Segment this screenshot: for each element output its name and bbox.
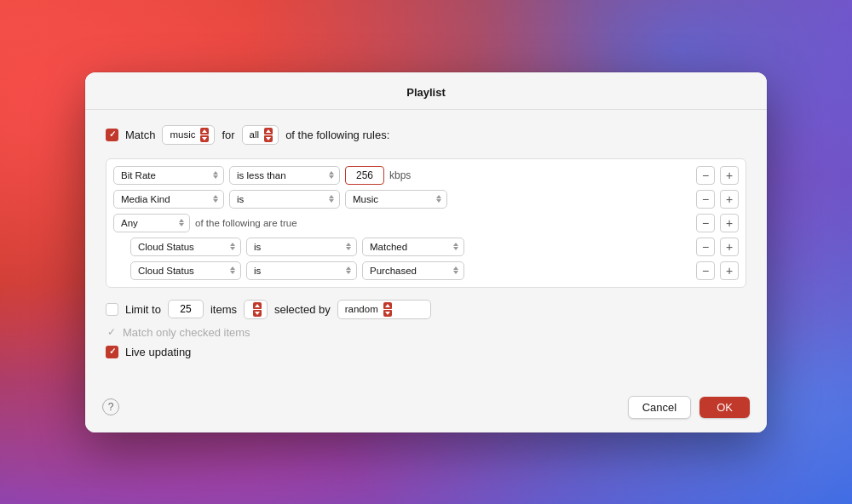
help-btn-text: ? (108, 401, 114, 413)
any-field-select[interactable]: Any (113, 214, 190, 232)
bitrate-value-text: 256 (356, 169, 373, 181)
match-label: Match (125, 129, 155, 141)
random-down-arrow (383, 310, 392, 317)
all-up-arrow (264, 128, 273, 135)
all-down-arrow (264, 135, 273, 142)
purchased-minus-button[interactable]: − (696, 261, 715, 280)
mediakind-condition-select[interactable]: is (229, 190, 340, 209)
options-area: Limit to 25 items (106, 300, 746, 358)
for-label: for (222, 129, 234, 141)
match-checked-checkmark-icon: ✓ (107, 326, 116, 338)
items-up-arrow (253, 302, 262, 309)
music-stepper-arrows (200, 128, 209, 142)
live-updating-checkbox[interactable]: ✓ (106, 346, 118, 358)
limit-value-input[interactable]: 25 (168, 300, 204, 318)
bitrate-field-select[interactable]: Bit Rate (113, 166, 224, 185)
any-plus-button[interactable]: + (720, 214, 739, 232)
items-down-arrow (253, 310, 262, 317)
matched-condition-select[interactable]: is (246, 238, 357, 256)
bitrate-value-input[interactable]: 256 (345, 166, 384, 185)
all-select[interactable]: all (242, 125, 279, 145)
all-stepper-arrows (264, 128, 273, 142)
random-up-arrow (383, 302, 392, 309)
mediakind-chevron-icon (213, 195, 218, 203)
svg-marker-0 (202, 129, 207, 133)
mediakind-value-chevron-icon (436, 195, 441, 203)
bitrate-unit-label: kbps (389, 169, 419, 181)
cancel-btn-text: Cancel (642, 401, 676, 414)
match-checkbox[interactable]: ✓ (106, 129, 118, 141)
playlist-dialog: Playlist ✓ Match music (85, 72, 767, 432)
purchased-value-text: Purchased (370, 266, 417, 276)
match-checked-row: ✓ Match only checked items (106, 326, 746, 339)
mediakind-value-text: Music (353, 194, 378, 204)
any-minus-button[interactable]: − (696, 214, 715, 232)
random-select[interactable]: random (337, 300, 431, 319)
matched-condition-chevron-icon (346, 243, 351, 250)
matched-value-select[interactable]: Matched (362, 238, 464, 256)
bitrate-condition-text: is less than (237, 170, 286, 180)
purchased-field-chevron-icon (230, 266, 235, 274)
purchased-value-select[interactable]: Purchased (362, 261, 464, 280)
live-updating-row: ✓ Live updating (106, 346, 746, 358)
mediakind-value-select[interactable]: Music (345, 190, 447, 209)
matched-minus-button[interactable]: − (696, 238, 715, 256)
footer-buttons: Cancel OK (628, 396, 750, 419)
svg-marker-5 (255, 312, 260, 315)
limit-to-label: Limit to (125, 303, 161, 316)
selected-by-label: selected by (274, 303, 331, 316)
svg-marker-2 (266, 129, 271, 133)
any-field-text: Any (121, 218, 138, 228)
ok-btn-text: OK (717, 401, 733, 414)
cancel-button[interactable]: Cancel (628, 396, 691, 419)
match-row: ✓ Match music for all (106, 125, 746, 145)
svg-marker-7 (385, 312, 390, 315)
matched-condition-text: is (254, 242, 261, 252)
bitrate-field-text: Bit Rate (121, 170, 156, 180)
dialog-footer: ? Cancel OK (85, 387, 767, 432)
mediakind-minus-button[interactable]: − (696, 190, 715, 209)
music-select-text: music (170, 129, 195, 140)
items-label: items (210, 303, 237, 316)
random-select-text: random (345, 304, 378, 314)
ok-button[interactable]: OK (699, 397, 750, 418)
purchased-plus-button[interactable]: + (720, 261, 739, 280)
help-button[interactable]: ? (102, 398, 119, 415)
svg-marker-6 (385, 304, 390, 307)
mediakind-plus-button[interactable]: + (720, 190, 739, 209)
bitrate-condition-chevron-icon (329, 171, 334, 179)
mediakind-condition-chevron-icon (329, 195, 334, 203)
bitrate-condition-select[interactable]: is less than (229, 166, 340, 185)
svg-marker-1 (202, 137, 207, 140)
mediakind-field-select[interactable]: Media Kind (113, 190, 224, 209)
bitrate-minus-button[interactable]: − (696, 166, 715, 185)
mediakind-condition-text: is (237, 194, 244, 204)
matched-field-chevron-icon (230, 243, 235, 250)
dialog-title: Playlist (85, 72, 767, 110)
sub-rule-row-purchased: Cloud Status is (130, 261, 739, 280)
any-of-following-text: of the following are true (195, 218, 691, 228)
svg-marker-3 (266, 137, 271, 140)
dialog-body: ✓ Match music for all (85, 110, 767, 387)
svg-marker-4 (255, 304, 260, 307)
music-down-arrow (200, 135, 209, 142)
limit-checkbox[interactable] (106, 303, 118, 316)
matched-plus-button[interactable]: + (720, 238, 739, 256)
music-select[interactable]: music (162, 125, 215, 145)
purchased-value-chevron-icon (453, 266, 458, 274)
music-up-arrow (200, 128, 209, 135)
purchased-condition-chevron-icon (346, 266, 351, 274)
rules-area: Bit Rate is less than (106, 158, 746, 288)
mediakind-field-text: Media Kind (121, 194, 170, 204)
purchased-condition-select[interactable]: is (246, 261, 357, 280)
items-stepper[interactable] (244, 300, 268, 319)
matched-field-select[interactable]: Cloud Status (130, 238, 241, 256)
bitrate-plus-button[interactable]: + (720, 166, 739, 185)
purchased-condition-text: is (254, 266, 261, 276)
sub-rules-area: Cloud Status is (113, 238, 739, 280)
live-updating-label: Live updating (125, 346, 191, 358)
sub-rule-row-matched: Cloud Status is (130, 238, 739, 256)
purchased-field-select[interactable]: Cloud Status (130, 261, 241, 280)
live-updating-check-icon: ✓ (109, 347, 116, 356)
matched-value-chevron-icon (453, 243, 458, 250)
